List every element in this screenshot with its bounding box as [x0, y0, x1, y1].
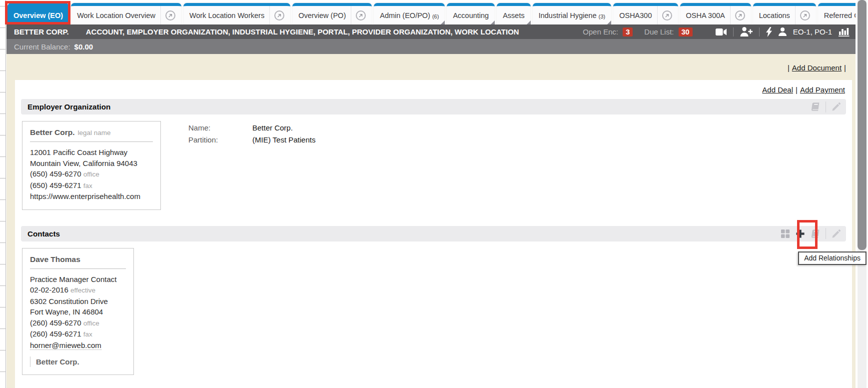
tab-industrial-hygiene[interactable]: Industrial Hygiene (3): [533, 3, 612, 24]
org-phone: (650) 459-6270: [30, 170, 81, 178]
employer-organization-card: Better Corp. legal name 12001 Pacific Co…: [22, 121, 161, 210]
tab-label: Overview (EO): [13, 12, 63, 20]
tab-work-location-overview[interactable]: Work Location Overview: [71, 3, 181, 24]
tab-osha-300a[interactable]: OSHA 300A: [680, 3, 751, 24]
tab-locations[interactable]: Locations: [753, 3, 816, 24]
tab-accounting[interactable]: Accounting: [447, 3, 495, 24]
tab-count: (3): [599, 14, 605, 20]
scrollbar-track[interactable]: [858, 0, 867, 388]
tab-osha300[interactable]: OSHA300: [613, 3, 678, 24]
org-name: BETTER CORP.: [14, 28, 69, 36]
section-title: Employer Organization: [27, 102, 110, 111]
tab-overview-po[interactable]: Overview (PO): [292, 3, 372, 24]
name-field-label: Name:: [188, 124, 252, 132]
contact-phone: (260) 459-6270: [30, 318, 81, 327]
separator: |: [844, 64, 846, 72]
external-link-icon: [356, 10, 366, 20]
balance-label: Current Balance:: [14, 42, 70, 51]
divider: [759, 28, 760, 36]
contact-effective-date: 02-02-2016: [30, 286, 68, 294]
add-document-row: |Add Document|: [6, 54, 856, 72]
org-card-name: Better Corp.: [30, 128, 75, 137]
user-scope-label: EO-1, PO-1: [793, 28, 832, 36]
open-enc-count-badge[interactable]: 3: [623, 28, 633, 36]
partition-field-value: (MIE) Test Patients: [252, 136, 315, 144]
contacts-section-header: Contacts: [21, 226, 846, 242]
scrollbar-rail: [856, 0, 868, 388]
external-link-icon: [165, 10, 175, 20]
separator: |: [788, 64, 790, 72]
org-card-name-qualifier: legal name: [78, 129, 111, 136]
tab-work-location-workers[interactable]: Work Location Workers: [183, 3, 290, 24]
contact-address-line2: Fort Wayne, IN 46804: [30, 306, 126, 318]
contact-address-line1: 6302 Constitution Drive: [30, 296, 126, 307]
tab-label: Accounting: [453, 12, 489, 20]
add-relationships-tooltip: Add Relationships: [798, 252, 867, 265]
due-list-count-badge[interactable]: 30: [679, 28, 693, 36]
contact-card: Dave Thomas Practice Manager Contact 02-…: [22, 248, 134, 376]
org-categories: ACCOUNT, EMPLOYER ORGANIZATION, INDUSTRI…: [86, 28, 519, 36]
edit-pencil-icon[interactable]: [832, 229, 841, 238]
tab-label: OSHA 300A: [686, 12, 725, 20]
person-icon[interactable]: [779, 28, 787, 36]
external-link-icon: [662, 10, 672, 20]
edit-pencil-icon[interactable]: [832, 102, 841, 112]
contacts-content: Dave Thomas Practice Manager Contact 02-…: [21, 242, 846, 376]
contact-email-link[interactable]: horner@mieweb.com: [30, 341, 101, 350]
section-title: Contacts: [27, 230, 60, 238]
name-field-value: Better Corp.: [252, 124, 293, 132]
external-link-icon: [735, 10, 745, 20]
balance-value: $0.00: [74, 42, 93, 51]
org-website-link[interactable]: https://www.enterprisehealth.com: [30, 191, 153, 202]
tab-label: Admin (EO/PO): [380, 12, 430, 20]
open-in-new-window-button[interactable]: [657, 6, 672, 24]
lightning-icon[interactable]: [766, 27, 772, 37]
scrollbar-thumb[interactable]: [858, 0, 867, 250]
contact-phone-qualifier: office: [83, 320, 99, 327]
section-icon-group: [811, 102, 841, 112]
tab-label: Locations: [759, 12, 790, 20]
bar-chart-icon[interactable]: [839, 27, 850, 36]
video-camera-icon[interactable]: [716, 28, 727, 36]
content-area: |Add Document| Add Deal|Add Payment Empl…: [6, 54, 856, 388]
contact-fax: (260) 459-6271: [30, 330, 81, 338]
book-icon[interactable]: [810, 229, 821, 238]
book-icon[interactable]: [810, 102, 821, 112]
add-document-link[interactable]: Add Document: [792, 64, 842, 72]
open-in-new-window-button[interactable]: [351, 6, 366, 24]
divider: [30, 142, 153, 142]
employer-organization-fields: Name: Better Corp. Partition: (MIE) Test…: [188, 121, 315, 210]
tab-label: OSHA300: [619, 12, 652, 20]
tab-bar: Overview (EO) Work Location Overview Wor…: [6, 0, 856, 24]
tab-label: Work Location Overview: [77, 12, 155, 20]
add-person-icon[interactable]: [740, 27, 753, 36]
contact-name: Dave Thomas: [30, 255, 80, 264]
contact-fax-qualifier: fax: [83, 330, 92, 338]
open-in-new-window-button[interactable]: [269, 6, 284, 24]
open-in-new-window-button[interactable]: [730, 6, 745, 24]
divider: [826, 102, 826, 112]
org-fax: (650) 459-6271: [30, 181, 81, 190]
tab-overview-eo[interactable]: Overview (EO): [7, 3, 69, 24]
tab-count: (6): [432, 14, 439, 20]
grid-view-icon[interactable]: [781, 229, 790, 238]
header-icon-group: EO-1, PO-1: [716, 27, 850, 37]
employer-organization-content: Better Corp. legal name 12001 Pacific Co…: [21, 114, 846, 210]
org-fax-qualifier: fax: [83, 182, 92, 190]
add-relationships-plus-icon[interactable]: [796, 229, 805, 238]
tab-admin-eo-po[interactable]: Admin (EO/PO) (6): [374, 3, 445, 24]
app-window: Overview (EO) Work Location Overview Wor…: [0, 0, 868, 388]
open-in-new-window-button[interactable]: [160, 6, 175, 24]
org-phone-qualifier: office: [83, 170, 99, 178]
section-icon-group: [781, 228, 841, 239]
tab-assets[interactable]: Assets: [497, 3, 531, 24]
add-payment-link[interactable]: Add Payment: [800, 86, 845, 94]
org-header-bar: BETTER CORP. ACCOUNT, EMPLOYER ORGANIZAT…: [6, 24, 856, 39]
contact-effective-qualifier: effective: [70, 286, 95, 294]
open-in-new-window-button[interactable]: [795, 6, 810, 24]
add-deal-link[interactable]: Add Deal: [762, 86, 793, 94]
main-column: Overview (EO) Work Location Overview Wor…: [6, 0, 856, 388]
org-address-line2: Mountain View, California 94043: [30, 158, 153, 169]
divider: [826, 228, 826, 239]
left-ruler: [0, 0, 6, 388]
